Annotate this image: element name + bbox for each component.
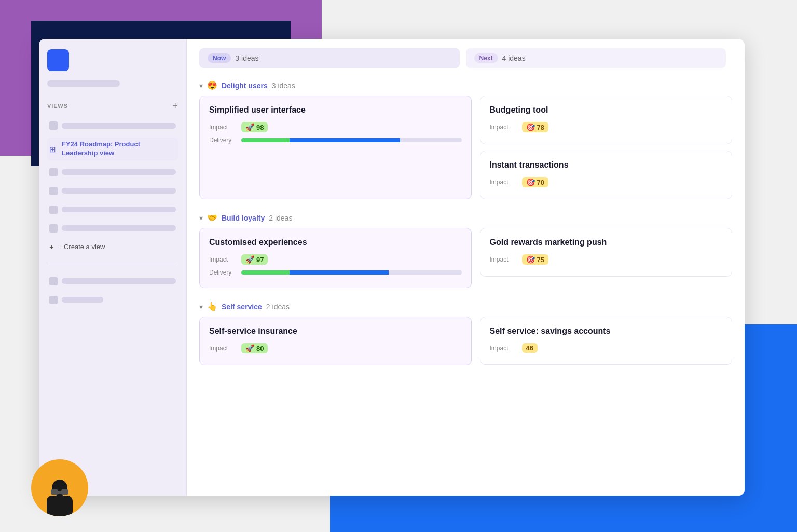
sidebar-divider — [47, 264, 178, 264]
impact-badge-customised: 🚀 97 — [241, 254, 268, 265]
sidebar-item-bar-4 — [62, 207, 176, 212]
loyalty-cards-grid: Customised experiences Impact 🚀 97 Deliv… — [187, 228, 745, 296]
next-delight-cards: Budgeting tool Impact 🎯 78 Instant trans… — [480, 96, 733, 199]
impact-label-6: Impact — [209, 345, 236, 352]
impact-badge-insurance: 🚀 80 — [241, 343, 268, 353]
sidebar-item-placeholder-4[interactable] — [47, 203, 178, 216]
sidebar-item-placeholder-2[interactable] — [47, 166, 178, 179]
sidebar-item-bar-1 — [62, 123, 176, 129]
card-insurance-impact: Impact 🚀 80 — [209, 343, 462, 353]
sidebar-views-label: VIEWS — [47, 103, 68, 109]
card-self-service-insurance[interactable]: Self-service insurance Impact 🚀 80 — [199, 317, 472, 365]
now-badge: Now — [208, 53, 231, 63]
group-chevron-loyalty: ▾ — [199, 214, 203, 222]
card-gold-title: Gold rewards marketing push — [490, 238, 723, 247]
card-insurance-title: Self-service insurance — [209, 326, 462, 336]
user-avatar[interactable] — [31, 459, 88, 516]
impact-badge-gold: 🎯 75 — [522, 254, 548, 265]
group-self-service[interactable]: ▾ 👆 Self service 2 ideas — [187, 296, 745, 317]
impact-label-3: Impact — [490, 179, 517, 186]
delivery-bar-simplified-ui — [241, 138, 462, 142]
sidebar-item-roadmap[interactable]: ⊞ FY24 Roadmap: Product Leadership view — [47, 138, 178, 160]
card-customised-experiences[interactable]: Customised experiences Impact 🚀 97 Deliv… — [199, 228, 472, 288]
sidebar-add-view-button[interactable]: + — [172, 101, 178, 111]
sidebar-item-icon-7 — [49, 296, 58, 304]
impact-label-2: Impact — [490, 124, 517, 131]
delivery-green-2 — [241, 270, 290, 275]
delivery-blue-1 — [290, 138, 400, 142]
sidebar-item-bar-7 — [62, 297, 103, 303]
card-gold-rewards[interactable]: Gold rewards marketing push Impact 🎯 75 — [480, 228, 733, 277]
sidebar-item-placeholder-3[interactable] — [47, 184, 178, 198]
card-instant-title: Instant transactions — [490, 160, 723, 170]
now-count: 3 ideas — [235, 54, 258, 62]
group-delight-users[interactable]: ▾ 😍 Delight users 3 ideas — [187, 75, 745, 96]
sidebar-item-icon-3 — [49, 187, 58, 195]
rocket-icon-2: 🚀 — [245, 255, 254, 264]
create-view-label: + Create a view — [58, 243, 105, 251]
rocket-icon-1: 🚀 — [245, 123, 254, 131]
app-logo — [47, 49, 69, 71]
card-savings-impact: Impact 46 — [490, 343, 723, 353]
delivery-blue-2 — [290, 270, 389, 275]
next-badge: Next — [474, 53, 498, 63]
sidebar-views-header: VIEWS + — [47, 101, 178, 111]
card-budgeting-impact: Impact 🎯 78 — [490, 122, 723, 132]
card-instant-impact: Impact 🎯 70 — [490, 177, 723, 187]
card-instant-transactions[interactable]: Instant transactions Impact 🎯 70 — [480, 151, 733, 199]
target-icon-2: 🎯 — [526, 178, 535, 186]
card-savings-accounts[interactable]: Self service: savings accounts Impact 46 — [480, 317, 733, 365]
group-emoji-delight: 😍 — [207, 80, 217, 90]
card-customised-title: Customised experiences — [209, 238, 462, 247]
rocket-icon-3: 🚀 — [245, 344, 254, 352]
target-icon-1: 🎯 — [526, 123, 535, 131]
sidebar-item-placeholder-5[interactable] — [47, 222, 178, 235]
next-column-header: Next 4 ideas — [466, 48, 726, 68]
sidebar-item-icon-6 — [49, 277, 58, 285]
group-emoji-self-service: 👆 — [207, 302, 217, 311]
card-simplified-ui-title: Simplified user interface — [209, 105, 462, 115]
impact-label-4: Impact — [209, 256, 236, 263]
group-chevron-delight: ▾ — [199, 81, 203, 90]
sidebar-item-placeholder-1[interactable] — [47, 119, 178, 132]
impact-label-7: Impact — [490, 345, 517, 352]
group-chevron-self-service: ▾ — [199, 303, 203, 311]
impact-value-customised: 97 — [256, 256, 264, 264]
create-view-button[interactable]: + + Create a view — [47, 240, 178, 253]
sidebar-item-placeholder-6[interactable] — [47, 275, 178, 288]
columns-header: Now 3 ideas Next 4 ideas — [187, 39, 745, 68]
card-simplified-ui[interactable]: Simplified user interface Impact 🚀 98 De… — [199, 96, 472, 199]
delivery-label-2: Delivery — [209, 269, 236, 276]
card-gold-impact: Impact 🎯 75 — [490, 254, 723, 265]
group-emoji-loyalty: 🤝 — [207, 213, 217, 223]
impact-value-savings: 46 — [526, 344, 533, 352]
card-budgeting-title: Budgeting tool — [490, 105, 723, 115]
card-savings-title: Self service: savings accounts — [490, 326, 723, 336]
impact-badge-budgeting: 🎯 78 — [522, 122, 548, 132]
delivery-label-1: Delivery — [209, 137, 236, 144]
group-count-self-service: 2 ideas — [266, 303, 290, 311]
next-count: 4 ideas — [502, 54, 526, 62]
sidebar-item-icon-5 — [49, 224, 58, 233]
group-name-loyalty: Build loyalty — [222, 214, 265, 222]
create-view-icon: + — [49, 242, 54, 251]
group-build-loyalty[interactable]: ▾ 🤝 Build loyalty 2 ideas — [187, 208, 745, 228]
next-loyalty-cards: Gold rewards marketing push Impact 🎯 75 — [480, 228, 733, 288]
svg-rect-2 — [51, 489, 58, 495]
impact-badge-simplified-ui: 🚀 98 — [241, 122, 268, 132]
sidebar-item-placeholder-7[interactable] — [47, 293, 178, 307]
impact-label-5: Impact — [490, 256, 517, 263]
sidebar: VIEWS + ⊞ FY24 Roadmap: Product Leadersh… — [39, 39, 187, 496]
card-customised-delivery: Delivery — [209, 269, 462, 276]
group-name-self-service: Self service — [222, 303, 262, 311]
group-name-delight: Delight users — [222, 81, 268, 90]
now-column-header: Now 3 ideas — [199, 48, 460, 68]
delight-cards-grid: Simplified user interface Impact 🚀 98 De… — [187, 96, 745, 208]
impact-value-gold: 75 — [537, 256, 544, 264]
delivery-green-1 — [241, 138, 290, 142]
target-icon-3: 🎯 — [526, 255, 535, 264]
card-budgeting-tool[interactable]: Budgeting tool Impact 🎯 78 — [480, 96, 733, 144]
svg-rect-4 — [57, 491, 62, 494]
impact-value-insurance: 80 — [256, 345, 264, 352]
self-service-cards-grid: Self-service insurance Impact 🚀 80 Self … — [187, 317, 745, 374]
